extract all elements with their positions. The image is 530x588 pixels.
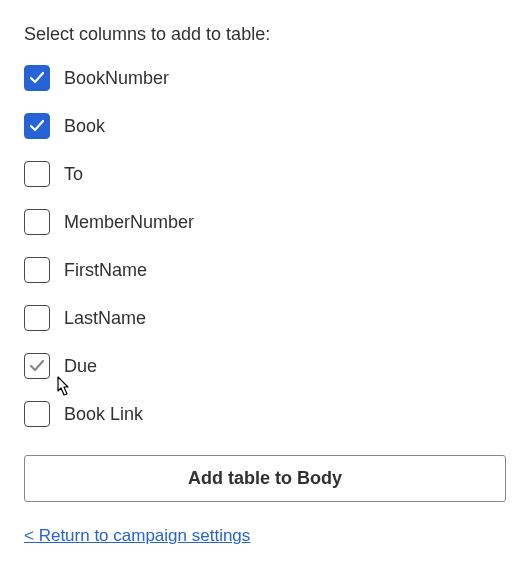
checkbox-label: To: [64, 164, 83, 185]
checkbox-label: Book Link: [64, 404, 143, 425]
return-to-campaign-settings-link[interactable]: < Return to campaign settings: [24, 526, 250, 546]
checkbox-booklink[interactable]: [24, 401, 50, 427]
check-icon: [29, 118, 45, 134]
checkbox-row-book[interactable]: Book: [24, 113, 506, 139]
checkbox-label: MemberNumber: [64, 212, 194, 233]
checkbox-to[interactable]: [24, 161, 50, 187]
checkbox-row-membernumber[interactable]: MemberNumber: [24, 209, 506, 235]
checkbox-label: Due: [64, 356, 97, 377]
checkbox-label: FirstName: [64, 260, 147, 281]
checkbox-row-booknumber[interactable]: BookNumber: [24, 65, 506, 91]
checkbox-firstname[interactable]: [24, 257, 50, 283]
checkbox-label: BookNumber: [64, 68, 169, 89]
checkbox-label: LastName: [64, 308, 146, 329]
checkbox-book[interactable]: [24, 113, 50, 139]
checkbox-row-firstname[interactable]: FirstName: [24, 257, 506, 283]
checkbox-booknumber[interactable]: [24, 65, 50, 91]
checkbox-row-to[interactable]: To: [24, 161, 506, 187]
column-checkbox-list: BookNumber Book To MemberNumber FirstNam…: [24, 65, 506, 427]
check-icon: [29, 358, 45, 374]
checkbox-membernumber[interactable]: [24, 209, 50, 235]
add-table-to-body-button[interactable]: Add table to Body: [24, 455, 506, 502]
check-icon: [29, 70, 45, 86]
select-columns-heading: Select columns to add to table:: [24, 24, 506, 45]
checkbox-row-due[interactable]: Due: [24, 353, 506, 379]
cursor-pointer-icon: [50, 375, 74, 403]
checkbox-row-booklink[interactable]: Book Link: [24, 401, 506, 427]
checkbox-due[interactable]: [24, 353, 50, 379]
checkbox-lastname[interactable]: [24, 305, 50, 331]
checkbox-row-lastname[interactable]: LastName: [24, 305, 506, 331]
checkbox-label: Book: [64, 116, 105, 137]
